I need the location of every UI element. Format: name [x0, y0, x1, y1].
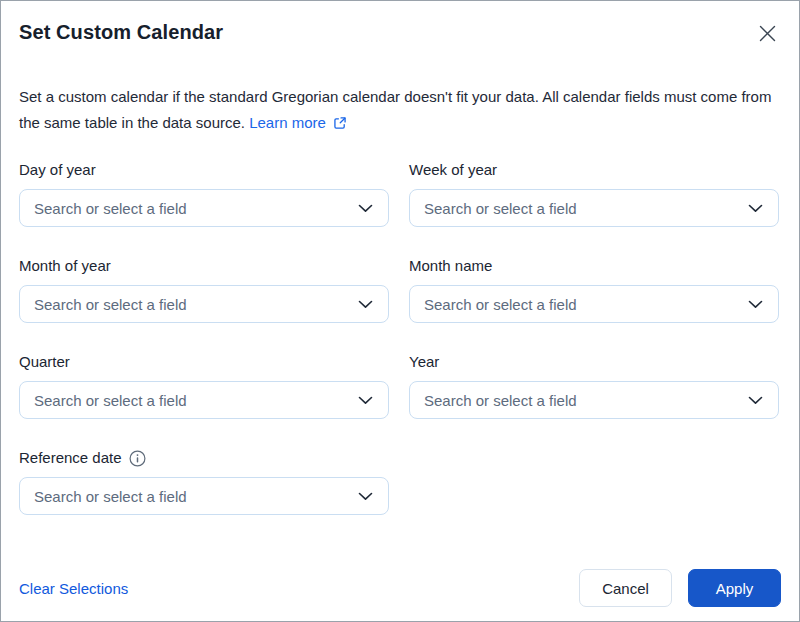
- combobox-placeholder: Search or select a field: [34, 200, 187, 217]
- chevron-down-icon: [748, 295, 763, 313]
- cancel-button[interactable]: Cancel: [579, 569, 672, 607]
- combobox-placeholder: Search or select a field: [34, 392, 187, 409]
- year-label: Year: [409, 352, 779, 372]
- field-label-text: Reference date: [19, 448, 122, 468]
- dialog-header: Set Custom Calendar: [19, 1, 781, 47]
- reference-date-info-button[interactable]: [129, 450, 146, 467]
- chevron-down-icon: [748, 199, 763, 217]
- chevron-down-icon: [358, 199, 373, 217]
- combobox-placeholder: Search or select a field: [34, 488, 187, 505]
- field-label-text: Year: [409, 352, 439, 372]
- chevron-down-icon: [748, 391, 763, 409]
- clear-selections-link[interactable]: Clear Selections: [19, 580, 128, 597]
- field-month-name: Month name Search or select a field: [409, 256, 779, 323]
- field-quarter: Quarter Search or select a field: [19, 352, 389, 419]
- learn-more-link[interactable]: Learn more: [249, 114, 347, 131]
- month-name-combobox[interactable]: Search or select a field: [409, 285, 779, 323]
- month-of-year-combobox[interactable]: Search or select a field: [19, 285, 389, 323]
- learn-more-label: Learn more: [249, 114, 326, 131]
- close-icon: [758, 31, 777, 46]
- field-day-of-year: Day of year Search or select a field: [19, 160, 389, 227]
- field-week-of-year: Week of year Search or select a field: [409, 160, 779, 227]
- reference-date-label: Reference date: [19, 448, 389, 468]
- combobox-placeholder: Search or select a field: [424, 200, 577, 217]
- calendar-fields-grid: Day of year Search or select a field Wee…: [19, 160, 781, 515]
- field-label-text: Month name: [409, 256, 492, 276]
- combobox-placeholder: Search or select a field: [424, 296, 577, 313]
- month-name-label: Month name: [409, 256, 779, 276]
- chevron-down-icon: [358, 295, 373, 313]
- field-label-text: Month of year: [19, 256, 111, 276]
- quarter-combobox[interactable]: Search or select a field: [19, 381, 389, 419]
- dialog-footer: Clear Selections Cancel Apply: [19, 569, 781, 607]
- field-label-text: Day of year: [19, 160, 96, 180]
- footer-actions: Cancel Apply: [579, 569, 781, 607]
- grid-spacer: [409, 448, 779, 515]
- close-button[interactable]: [754, 20, 781, 47]
- quarter-label: Quarter: [19, 352, 389, 372]
- field-label-text: Quarter: [19, 352, 70, 372]
- info-icon: [129, 455, 146, 470]
- apply-button[interactable]: Apply: [688, 569, 781, 607]
- external-link-icon: [333, 116, 347, 133]
- reference-date-combobox[interactable]: Search or select a field: [19, 477, 389, 515]
- combobox-placeholder: Search or select a field: [424, 392, 577, 409]
- combobox-placeholder: Search or select a field: [34, 296, 187, 313]
- week-of-year-combobox[interactable]: Search or select a field: [409, 189, 779, 227]
- month-of-year-label: Month of year: [19, 256, 389, 276]
- set-custom-calendar-dialog: Set Custom Calendar Set a custom calenda…: [1, 1, 799, 607]
- dialog-title: Set Custom Calendar: [19, 18, 223, 46]
- week-of-year-label: Week of year: [409, 160, 779, 180]
- field-label-text: Week of year: [409, 160, 497, 180]
- day-of-year-label: Day of year: [19, 160, 389, 180]
- day-of-year-combobox[interactable]: Search or select a field: [19, 189, 389, 227]
- description-text: Set a custom calendar if the standard Gr…: [19, 88, 771, 131]
- field-year: Year Search or select a field: [409, 352, 779, 419]
- field-reference-date: Reference date Search or select a field: [19, 448, 389, 515]
- field-month-of-year: Month of year Search or select a field: [19, 256, 389, 323]
- year-combobox[interactable]: Search or select a field: [409, 381, 779, 419]
- chevron-down-icon: [358, 391, 373, 409]
- dialog-description: Set a custom calendar if the standard Gr…: [19, 84, 781, 138]
- chevron-down-icon: [358, 487, 373, 505]
